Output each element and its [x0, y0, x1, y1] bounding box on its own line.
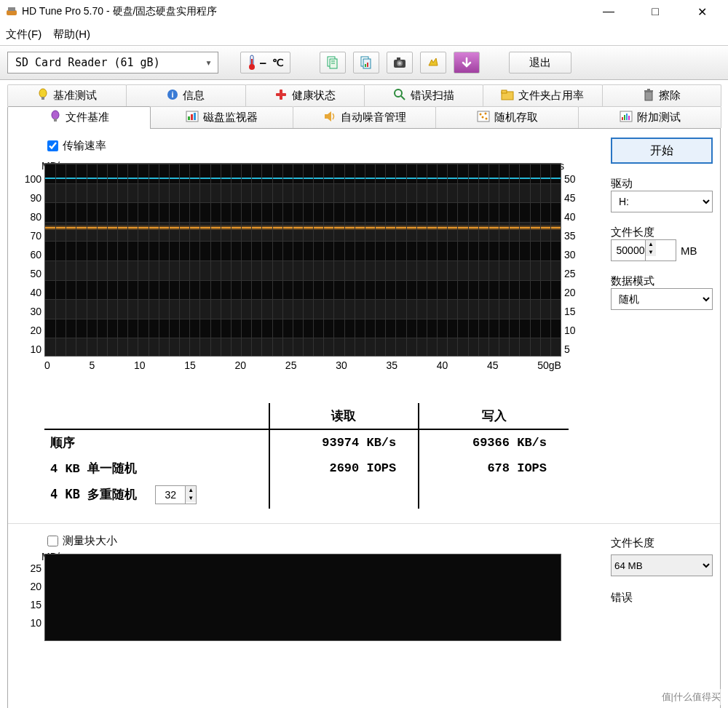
thermometer-icon: [247, 55, 257, 71]
magnifier-icon: [393, 88, 406, 103]
extra-chart-icon: [620, 111, 633, 124]
data-mode-label: 数据模式: [611, 274, 713, 288]
file-length-stepper[interactable]: ▲▼: [611, 239, 676, 261]
trash-icon: [643, 88, 654, 103]
tab-文件夹占用率[interactable]: 文件夹占用率: [483, 84, 602, 106]
info-icon: i: [167, 89, 178, 103]
file-length-2-select[interactable]: 64 MB: [611, 554, 713, 576]
svg-rect-28: [644, 90, 653, 92]
tab-基准测试[interactable]: 基准测试: [7, 84, 127, 106]
menu-file[interactable]: 文件(F): [6, 28, 41, 41]
chart-canvas: [44, 163, 561, 357]
tab-附加测试[interactable]: 附加测试: [578, 106, 721, 128]
svg-rect-45: [628, 116, 630, 120]
transfer-rate-chart: MB/s ms 100908070605040302010 5045403530…: [20, 163, 586, 396]
tab-健康状态[interactable]: 健康状态: [245, 84, 365, 106]
tab-擦除[interactable]: 擦除: [602, 84, 721, 106]
tab-文件基准[interactable]: 文件基准: [7, 106, 151, 128]
svg-rect-11: [365, 64, 366, 67]
svg-rect-35: [194, 113, 196, 120]
tab-磁盘监视器[interactable]: 磁盘监视器: [150, 106, 293, 128]
svg-point-23: [395, 90, 402, 97]
bulb-purple-icon: [50, 110, 61, 125]
toolbar: SD Card Reader (61 gB) — ℃ 退出: [0, 45, 728, 80]
plus-red-icon: [274, 88, 288, 103]
exit-button[interactable]: 退出: [509, 52, 571, 73]
tab-自动噪音管理[interactable]: 自动噪音管理: [293, 106, 436, 128]
transfer-rate-label: 传输速率: [63, 139, 106, 153]
tab-随机存取[interactable]: 随机存取: [435, 106, 579, 128]
results-table: 读取 写入 顺序 93974 KB/s 69366 KB/s 4 KB 单一随机…: [44, 403, 569, 509]
menubar: 文件(F) 帮助(H): [0, 23, 728, 45]
stepper-up-icon[interactable]: ▲: [646, 240, 656, 248]
svg-rect-0: [7, 10, 17, 15]
block-size-chart: MB/s read write 25201510: [20, 554, 586, 663]
svg-text:i: i: [172, 90, 174, 99]
svg-point-17: [39, 89, 47, 98]
drive-selector[interactable]: SD Card Reader (61 gB): [7, 52, 218, 73]
svg-rect-42: [622, 117, 623, 120]
chart2-y-ticks: 25201510: [20, 562, 41, 629]
file-length-2-label: 文件长度: [611, 536, 654, 549]
app-icon: [6, 5, 17, 19]
stepper-up-icon[interactable]: ▲: [186, 486, 196, 494]
r4k-single-write-value: 678 IOPS: [419, 456, 569, 481]
close-button[interactable]: ✕: [687, 5, 716, 19]
svg-rect-43: [624, 115, 625, 120]
maximize-button[interactable]: □: [641, 5, 670, 19]
temperature-display: — ℃: [240, 52, 290, 73]
col-read: 读取: [269, 403, 419, 429]
side-panel-2: 文件长度 64 MB 错误: [611, 536, 713, 605]
side-panel-1: 开始 驱动 H: 文件长度 ▲▼ MB 数据模式 随机: [611, 138, 713, 310]
drive-select[interactable]: H:: [611, 191, 713, 212]
svg-rect-12: [367, 63, 368, 67]
extra-label: 错误: [611, 591, 713, 605]
tab-content-file-benchmark: 传输速率 MB/s ms 100908070605040302010 50454…: [7, 128, 721, 708]
options-button[interactable]: [420, 52, 446, 73]
screenshot-button[interactable]: [387, 52, 413, 73]
row-4k-single-label: 4 KB 单一随机: [44, 456, 269, 481]
chart-bars-icon: [186, 111, 199, 124]
titlebar: HD Tune Pro 5.70 - 硬盘/固态硬盘实用程序 — □ ✕: [0, 0, 728, 23]
queue-depth-input[interactable]: [156, 486, 185, 504]
transfer-rate-checkbox[interactable]: [47, 140, 58, 151]
row-sequential-label: 顺序: [44, 429, 269, 456]
random-icon: [477, 111, 490, 124]
file-length-label: 文件长度: [611, 226, 713, 239]
bulb-yellow-icon: [37, 88, 49, 103]
svg-point-38: [484, 113, 486, 115]
speaker-icon: [323, 111, 336, 124]
queue-depth-stepper[interactable]: ▲▼: [155, 485, 197, 504]
tab-信息[interactable]: i信息: [126, 84, 245, 106]
svg-rect-4: [251, 59, 253, 67]
minimize-button[interactable]: —: [594, 5, 623, 19]
tab-strip: 基准测试i信息健康状态错误扫描文件夹占用率擦除 文件基准磁盘监视器自动噪音管理随…: [7, 84, 721, 128]
start-button[interactable]: 开始: [611, 138, 713, 164]
temperature-value: — ℃: [260, 57, 284, 68]
watermark: 值|什么值得买: [657, 689, 725, 705]
block-size-checkbox[interactable]: [47, 536, 58, 546]
r4k-single-read-value: 2690 IOPS: [269, 456, 419, 481]
row-4k-multi-label: 4 KB 多重随机: [50, 487, 137, 501]
copy-info-button[interactable]: [320, 52, 346, 73]
svg-rect-31: [54, 119, 57, 122]
svg-rect-26: [502, 90, 507, 93]
window-title: HD Tune Pro 5.70 - 硬盘/固态硬盘实用程序: [22, 5, 594, 18]
tab-错误扫描[interactable]: 错误扫描: [364, 84, 483, 106]
copy-results-button[interactable]: [353, 52, 379, 73]
data-mode-select[interactable]: 随机: [611, 288, 713, 310]
stepper-down-icon[interactable]: ▼: [646, 248, 656, 256]
seq-write-value: 69366 KB/s: [419, 429, 569, 456]
x-axis-ticks: 05101520253035404550gB: [44, 359, 561, 371]
drive-label: 驱动: [611, 177, 713, 191]
svg-point-37: [479, 114, 481, 116]
svg-rect-27: [645, 92, 652, 100]
col-write: 写入: [419, 403, 569, 429]
block-size-label: 测量块大小: [63, 534, 117, 548]
svg-rect-33: [188, 116, 190, 120]
file-length-input[interactable]: [616, 240, 645, 260]
menu-help[interactable]: 帮助(H): [53, 28, 90, 41]
save-button[interactable]: [454, 52, 480, 73]
svg-point-15: [398, 62, 401, 65]
stepper-down-icon[interactable]: ▼: [186, 494, 196, 502]
